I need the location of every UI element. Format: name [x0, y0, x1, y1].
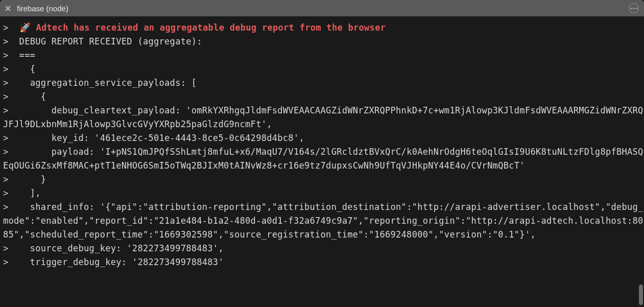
log-line: > ],	[3, 186, 644, 200]
log-line: > ===	[3, 49, 644, 62]
prompt: >	[3, 91, 9, 102]
log-line: > aggregation_service_payloads: [	[3, 76, 644, 90]
log-text: DEBUG REPORT RECEIVED (aggregate):	[9, 36, 202, 46]
more-icon[interactable]	[629, 3, 639, 13]
prompt: >	[3, 36, 9, 46]
rocket-icon: 🚀	[19, 22, 31, 33]
tab-left-group: firebase (node)	[5, 4, 68, 13]
headline-line: > 🚀 Adtech has received an aggregatable …	[3, 20, 644, 35]
prompt: >	[3, 188, 9, 198]
log-text: trigger_debug_key: '282273499788483'	[9, 257, 224, 267]
prompt: >	[3, 22, 9, 33]
scrollbar-thumb[interactable]	[639, 285, 643, 305]
prompt: >	[3, 64, 9, 74]
log-text: payload: 'I+pNS1QmJPQfSShLmtj8mfuL+x6/Ma…	[3, 147, 643, 171]
tab-title: firebase (node)	[17, 4, 68, 13]
tab-bar: firebase (node)	[0, 0, 644, 16]
prompt: >	[3, 243, 9, 253]
log-text: {	[9, 91, 46, 102]
prompt: >	[3, 105, 9, 115]
prompt: >	[3, 174, 9, 184]
log-lines: > DEBUG REPORT RECEIVED (aggregate):> ==…	[3, 35, 644, 269]
prompt: >	[3, 202, 9, 212]
prompt: >	[3, 78, 9, 88]
log-line: > payload: 'I+pNS1QmJPQfSShLmtj8mfuL+x6/…	[3, 145, 644, 173]
log-text: aggregation_service_payloads: [	[9, 78, 197, 88]
log-text: shared_info: '{"api":"attribution-report…	[3, 202, 643, 240]
prompt: >	[3, 257, 9, 267]
log-line: > }	[3, 173, 644, 186]
prompt: >	[3, 133, 9, 143]
log-text: key_id: '461ece2c-501e-4443-8ce5-0c64298…	[9, 133, 304, 143]
log-line: > debug_cleartext_payload: 'omRkYXRhgqJl…	[3, 104, 644, 131]
log-line: > trigger_debug_key: '282273499788483'	[3, 255, 644, 269]
close-icon[interactable]	[5, 6, 11, 11]
log-text: }	[9, 174, 46, 184]
prompt: >	[3, 147, 9, 157]
log-line: > DEBUG REPORT RECEIVED (aggregate):	[3, 35, 644, 49]
terminal-output: > 🚀 Adtech has received an aggregatable …	[0, 16, 644, 307]
log-text: source_debug_key: '282273499788483',	[9, 243, 224, 253]
headline-text: Adtech has received an aggregatable debu…	[31, 22, 386, 33]
log-text: debug_cleartext_payload: 'omRkYXRhgqJldm…	[3, 105, 643, 129]
log-line: > key_id: '461ece2c-501e-4443-8ce5-0c642…	[3, 131, 644, 145]
log-line: > {	[3, 90, 644, 104]
log-text: ===	[9, 50, 36, 60]
log-line: > {	[3, 62, 644, 76]
log-line: > source_debug_key: '282273499788483',	[3, 242, 644, 255]
log-line: > shared_info: '{"api":"attribution-repo…	[3, 200, 644, 242]
prompt: >	[3, 50, 9, 60]
log-text: ],	[9, 188, 41, 198]
log-text: {	[9, 64, 36, 74]
